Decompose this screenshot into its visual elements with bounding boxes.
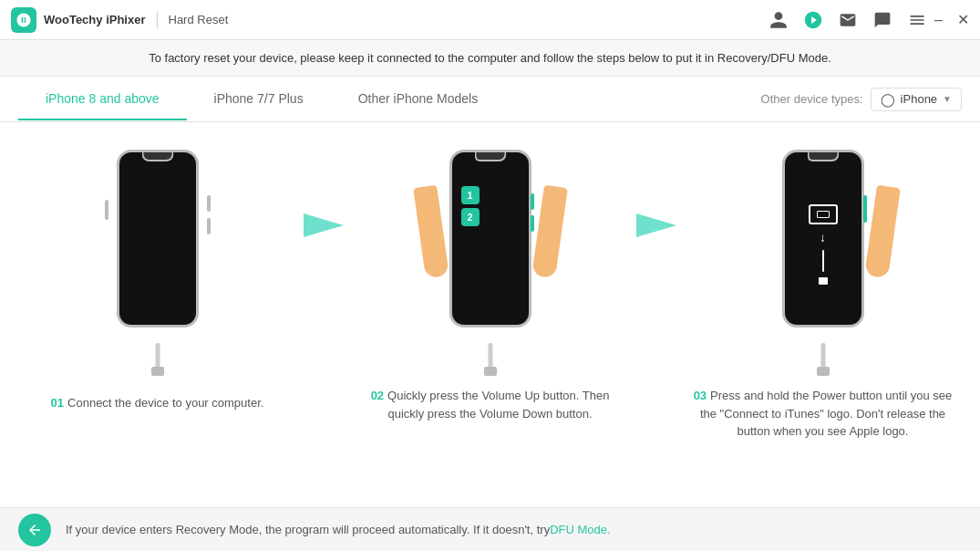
step-2-desc: 02Quickly press the Volume Up button. Th… — [351, 378, 629, 422]
device-type-selector: Other device types: ◯ iPhone ▼ — [761, 88, 962, 111]
chevron-down-icon: ▼ — [943, 94, 952, 104]
step-3-block: ↓ 03Press and hold the Power button unti… — [684, 140, 962, 441]
tab-iphone7[interactable]: iPhone 7/7 Plus — [187, 78, 331, 120]
main-content: 01Connect the device to your computer. 1… — [0, 122, 980, 507]
badge-2: 2 — [461, 208, 480, 226]
step-1-illustration — [94, 140, 222, 378]
phone-small-icon: ◯ — [881, 92, 895, 107]
step-1-block: 01Connect the device to your computer. — [18, 140, 296, 412]
arrow-right-icon-2 — [636, 213, 676, 237]
step-2-text: Quickly press the Volume Up button. Then… — [387, 389, 609, 421]
chat-icon[interactable] — [872, 10, 892, 30]
title-divider — [157, 12, 158, 28]
arrow-left-icon — [26, 522, 43, 538]
app-logo — [11, 7, 36, 33]
arrow-right-icon-1 — [304, 213, 344, 237]
step-3-illustration: ↓ — [750, 140, 896, 378]
logo-icon — [15, 12, 32, 28]
titlebar: WooTechy iPhixer Hard Reset – ✕ — [0, 0, 980, 40]
window-controls: – ✕ — [934, 13, 969, 27]
mail-icon[interactable] — [838, 10, 858, 30]
step-3-text: Press and hold the Power button until yo… — [700, 389, 952, 438]
itunes-icon[interactable] — [803, 10, 823, 30]
step-1-num: 01 — [51, 396, 64, 410]
arrow-2 — [629, 213, 684, 237]
toolbar-icons — [769, 10, 927, 30]
step-3-num: 03 — [694, 389, 707, 402]
menu-icon[interactable] — [907, 10, 927, 30]
app-name: WooTechy iPhixer — [44, 13, 146, 26]
step-1-text: Connect the device to your computer. — [67, 396, 263, 410]
device-type-label: Other device types: — [761, 92, 863, 106]
tab-iphone8[interactable]: iPhone 8 and above — [18, 78, 187, 120]
selected-device-type: iPhone — [901, 92, 937, 106]
dfu-mode-link[interactable]: DFU Mode. — [550, 523, 610, 536]
device-type-dropdown[interactable]: ◯ iPhone ▼ — [871, 88, 962, 111]
tabs-row: iPhone 8 and above iPhone 7/7 Plus Other… — [0, 77, 980, 122]
back-button[interactable] — [18, 514, 51, 546]
step-2-illustration: 1 2 — [418, 140, 563, 378]
bottom-text: If your device enters Recovery Mode, the… — [66, 523, 550, 536]
window-title: Hard Reset — [169, 13, 229, 26]
banner-text: To factory reset your device, please kee… — [149, 51, 831, 65]
step-2-block: 1 2 02Quickly press the Volume Up button… — [351, 140, 629, 422]
bottom-bar: If your device enters Recovery Mode, the… — [0, 507, 980, 551]
arrow-1 — [296, 213, 351, 237]
step-3-desc: 03Press and hold the Power button until … — [684, 378, 962, 441]
step-2-num: 02 — [371, 389, 384, 402]
close-button[interactable]: ✕ — [957, 13, 969, 27]
tab-other-iphone[interactable]: Other iPhone Models — [331, 78, 506, 120]
badge-1: 1 — [461, 186, 480, 204]
step-1-desc: 01Connect the device to your computer. — [42, 385, 273, 412]
user-icon[interactable] — [769, 10, 789, 30]
info-banner: To factory reset your device, please kee… — [0, 40, 980, 77]
minimize-button[interactable]: – — [934, 13, 943, 27]
